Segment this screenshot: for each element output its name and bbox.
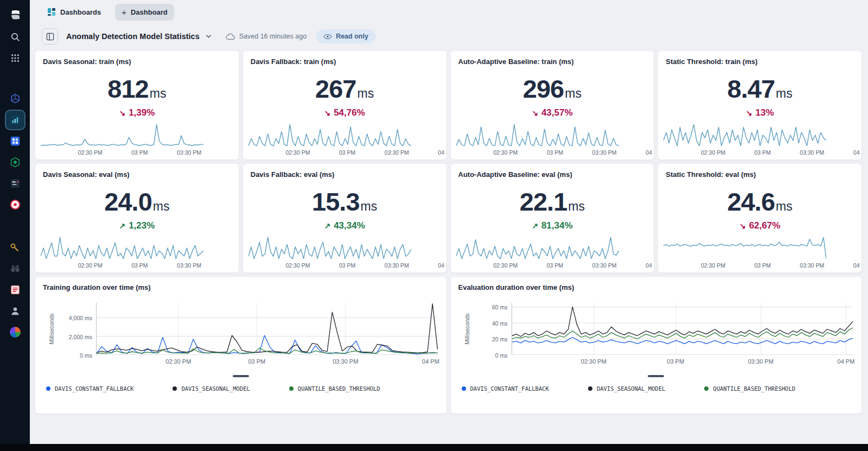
legend-item[interactable]: DAVIS_CONSTANT_FALLBACK	[46, 385, 133, 392]
kpi-number: 24.6	[727, 187, 775, 216]
legend-item[interactable]: QUANTILE_BASED_THRESHOLD	[289, 385, 380, 392]
kpi-tile-davis-seasonal-eval[interactable]: Davis Seasonal: eval (ms) 24.0ms ↗1,23% …	[35, 164, 239, 272]
kpi-unit: ms	[776, 199, 793, 213]
kpi-delta: ↘43,57%	[451, 107, 654, 118]
tile-title: Davis Fallback: eval (ms)	[243, 164, 446, 179]
kpi-tile-auto-adaptive-eval[interactable]: Auto-Adaptive Baseline: eval (ms) 22.1ms…	[451, 164, 654, 272]
legend-scrollbar[interactable]	[648, 375, 664, 377]
legend-scrollbar[interactable]	[233, 375, 249, 377]
sparkline-chart	[248, 123, 411, 147]
kpi-tile-davis-seasonal-train[interactable]: Davis Seasonal: train (ms) 812ms ↘1,39% …	[35, 51, 239, 160]
app-icon-notebooks[interactable]	[6, 132, 24, 150]
bottom-edge-bar	[0, 444, 868, 451]
panel-icon	[46, 33, 54, 41]
tab-label: Dashboard	[131, 8, 168, 16]
tile-title: Evaluation duration over time (ms)	[451, 277, 862, 291]
kpi-unit: ms	[568, 199, 585, 213]
kpi-unit: ms	[776, 86, 793, 100]
legend-label: DAVIS_SEASONAL_MODEL	[597, 385, 665, 392]
kpi-tile-auto-adaptive-train[interactable]: Auto-Adaptive Baseline: train (ms) 296ms…	[451, 51, 654, 160]
kpi-tile-davis-fallback-eval[interactable]: Davis Fallback: eval (ms) 15.3ms ↗43,34%…	[243, 164, 446, 272]
sparkline-chart	[456, 236, 619, 260]
kpi-unit: ms	[565, 86, 582, 100]
trend-arrow-icon: ↗	[119, 221, 125, 230]
eye-icon	[323, 34, 332, 40]
user-icon[interactable]	[6, 302, 24, 320]
kpi-tile-static-threshold-train[interactable]: Static Threshold: train (ms) 8.47ms ↘13%…	[658, 51, 861, 160]
chart-tile-evaluation-duration[interactable]: Evaluation duration over time (ms) Milli…	[451, 277, 862, 414]
kpi-unit: ms	[358, 86, 374, 100]
legend-label: QUANTILE_BASED_THRESHOLD	[298, 385, 380, 392]
kpi-value: 812ms	[35, 74, 239, 104]
app-icon-slo[interactable]	[6, 174, 24, 193]
x-axis-ticks: 02:30 PM03 PM03:30 PM04 PM	[663, 262, 861, 270]
kpi-delta-value: 43,57%	[541, 107, 573, 118]
access-key-icon[interactable]	[6, 238, 24, 257]
app-sidebar	[0, 0, 30, 451]
kpi-delta-value: 13%	[755, 107, 774, 118]
tile-title: Auto-Adaptive Baseline: eval (ms)	[451, 164, 654, 179]
kpi-delta: ↘1,39%	[35, 107, 239, 118]
binoculars-icon[interactable]	[6, 259, 24, 278]
legend-label: DAVIS_CONSTANT_FALLBACK	[470, 385, 549, 392]
trend-arrow-icon: ↘	[739, 221, 746, 230]
save-status: Saved 16 minutes ago	[226, 33, 307, 40]
tile-title: Davis Seasonal: train (ms)	[35, 51, 239, 66]
kpi-delta-value: 1,23%	[129, 220, 155, 231]
dynatrace-logo[interactable]	[6, 7, 24, 25]
kpi-value: 24.0ms	[35, 187, 239, 217]
app-icon-kubernetes[interactable]	[6, 153, 24, 171]
kpi-number: 8.47	[727, 74, 775, 103]
chevron-down-icon[interactable]	[206, 34, 212, 39]
trend-arrow-icon: ↘	[532, 109, 538, 117]
dashboard-grid: Davis Seasonal: train (ms) 812ms ↘1,39% …	[35, 51, 861, 414]
x-axis-ticks: 02:30 PM03 PM03:30 PM04 PM	[456, 149, 654, 157]
legend-item[interactable]: DAVIS_CONSTANT_FALLBACK	[462, 385, 549, 392]
trend-arrow-icon: ↘	[746, 109, 752, 117]
kpi-value: 24.6ms	[658, 187, 861, 217]
legend-item[interactable]: DAVIS_SEASONAL_MODEL	[588, 385, 665, 392]
y-axis-label: Milliseconds	[464, 313, 470, 344]
tile-title: Davis Seasonal: eval (ms)	[35, 164, 239, 179]
kpi-number: 22.1	[520, 187, 567, 216]
x-axis-ticks: 02:30 PM03 PM03:30 PM04 PM	[248, 149, 446, 157]
legend-dot	[173, 386, 177, 391]
app-icon-clouds[interactable]	[6, 90, 24, 108]
tab-dashboards[interactable]: Dashboards	[41, 4, 107, 20]
app-icon-logs[interactable]	[6, 281, 24, 299]
chart-legend: DAVIS_CONSTANT_FALLBACK DAVIS_SEASONAL_M…	[462, 385, 796, 392]
legend-item[interactable]: QUANTILE_BASED_THRESHOLD	[704, 385, 795, 392]
kpi-value: 267ms	[243, 74, 446, 104]
dashboard-toolbar: Anomaly Detection Model Statistics Saved…	[30, 24, 868, 49]
usage-pie-icon[interactable]	[6, 323, 24, 341]
dashboard-title: Anomaly Detection Model Statistics	[66, 32, 200, 41]
legend-dot	[588, 386, 592, 391]
search-icon[interactable]	[6, 28, 24, 46]
kpi-delta: ↗81,34%	[451, 220, 654, 231]
trend-arrow-icon: ↘	[119, 109, 125, 117]
app-icon-problems[interactable]	[6, 195, 24, 214]
chart-tile-training-duration[interactable]: Training duration over time (ms) Millise…	[35, 277, 446, 414]
trend-arrow-icon: ↘	[324, 109, 330, 117]
kpi-tile-static-threshold-eval[interactable]: Static Threshold: eval (ms) 24.6ms ↘62,6…	[658, 164, 861, 272]
apps-grid-icon[interactable]	[6, 49, 24, 67]
kpi-number: 24.0	[104, 187, 151, 216]
dashboard-panel-button[interactable]	[42, 28, 58, 45]
tab-label: Dashboards	[60, 8, 101, 16]
kpi-number: 15.3	[312, 187, 359, 216]
kpi-delta: ↘13%	[658, 107, 861, 118]
kpi-number: 267	[315, 74, 356, 103]
legend-item[interactable]: DAVIS_SEASONAL_MODEL	[173, 385, 250, 392]
kpi-tile-davis-fallback-train[interactable]: Davis Fallback: train (ms) 267ms ↘54,76%…	[243, 51, 446, 160]
line-chart[interactable]: 0 ms2,000 ms4,000 ms 02:30 PM03 PM03:30 …	[96, 303, 438, 355]
sparkline-chart	[248, 236, 411, 260]
line-chart[interactable]: 0 ms20 ms40 ms60 ms 02:30 PM03 PM03:30 P…	[512, 303, 853, 355]
read-only-badge[interactable]: Read only	[316, 29, 375, 43]
top-tab-bar: Dashboards + Dashboard	[30, 0, 868, 24]
x-axis-ticks: 02:30 PM03 PM03:30 PM04 PM	[248, 262, 446, 270]
y-axis-label: Milliseconds	[48, 313, 55, 344]
x-axis-ticks: 02:30 PM03 PM03:30 PM04 PM	[456, 262, 654, 270]
x-axis-ticks: 02:30 PM03 PM03:30 PM04 PM	[512, 355, 853, 366]
tab-new-dashboard[interactable]: + Dashboard	[115, 4, 174, 21]
app-icon-dashboards[interactable]	[6, 111, 24, 129]
